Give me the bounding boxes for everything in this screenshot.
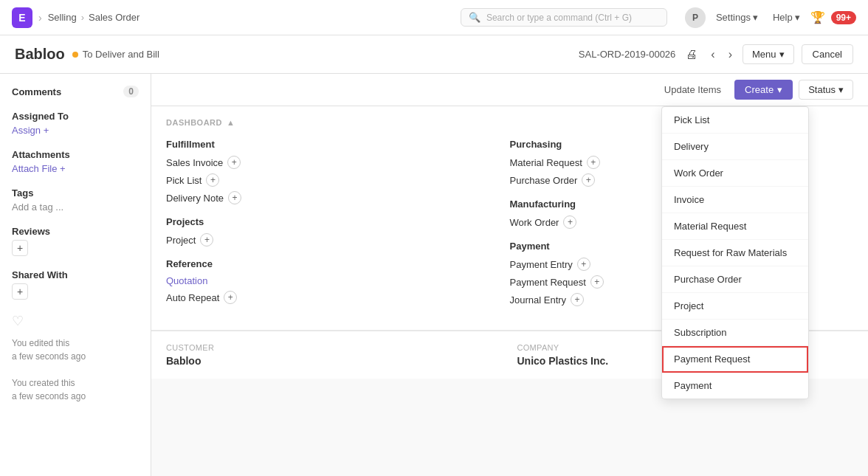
next-button[interactable]: ›	[726, 45, 735, 64]
auto-repeat-label: Auto Repeat	[166, 292, 219, 303]
dropdown-item-project[interactable]: Project	[662, 293, 808, 320]
fulfillment-title: Fulfillment	[166, 139, 510, 150]
search-bar[interactable]: 🔍 Search or type a command (Ctrl + G)	[461, 8, 667, 27]
activity-created: You created this	[12, 378, 75, 388]
shared-add-button[interactable]: +	[12, 283, 28, 300]
comments-label: Comments	[12, 86, 61, 97]
work-order-label: Work Order	[510, 217, 559, 228]
assigned-to-label: Assigned To	[12, 111, 139, 122]
material-request-add[interactable]: +	[587, 156, 600, 169]
reference-group: Reference Quotation Auto Repeat +	[166, 258, 510, 304]
assign-link[interactable]: Assign +	[12, 125, 139, 136]
app-icon[interactable]: E	[12, 7, 32, 28]
avatar[interactable]: P	[685, 7, 706, 28]
pick-list-label: Pick List	[166, 175, 202, 186]
reference-title: Reference	[166, 258, 510, 269]
sidebar-reviews: Reviews +	[12, 226, 139, 256]
chevron-down-icon-help: ▾	[795, 12, 800, 23]
notification-badge[interactable]: 99+	[831, 11, 856, 24]
top-nav: E › Selling › Sales Order 🔍 Search or ty…	[0, 0, 868, 35]
status-button[interactable]: Status ▾	[799, 80, 853, 100]
auto-repeat-add[interactable]: +	[224, 291, 237, 304]
breadcrumb: Selling › Sales Order	[48, 12, 140, 23]
work-order-add[interactable]: +	[563, 215, 576, 229]
dropdown-item-subscription[interactable]: Subscription	[662, 320, 808, 346]
add-tag[interactable]: Add a tag ...	[12, 201, 139, 213]
quotation-label[interactable]: Quotation	[166, 275, 207, 286]
dropdown-item-payment[interactable]: Payment	[662, 373, 808, 399]
breadcrumb-sales-order[interactable]: Sales Order	[89, 12, 140, 23]
order-id: SAL-ORD-2019-00026	[579, 49, 676, 60]
settings-button[interactable]: Settings ▾	[712, 9, 762, 26]
cancel-button[interactable]: Cancel	[802, 44, 853, 64]
dropdown-item-request-for-raw-materials[interactable]: Request for Raw Materials	[662, 240, 808, 266]
sidebar: Comments 0 Assigned To Assign + Attachme…	[0, 74, 151, 476]
dashboard-title: DASHBOARD	[166, 118, 222, 127]
chevron-down-icon-status: ▾	[838, 84, 844, 95]
pick-list-item: Pick List +	[166, 173, 510, 187]
purchase-order-add[interactable]: +	[582, 173, 595, 187]
payment-request-add[interactable]: +	[590, 275, 604, 289]
shared-with-label: Shared With	[12, 269, 139, 280]
dropdown-item-work-order[interactable]: Work Order	[662, 160, 808, 187]
dropdown-item-payment-request[interactable]: Payment Request	[662, 346, 808, 373]
search-placeholder: Search or type a command (Ctrl + G)	[486, 13, 632, 23]
dropdown-item-pick-list[interactable]: Pick List	[662, 107, 808, 134]
sidebar-shared-with: Shared With +	[12, 269, 139, 300]
delivery-note-add[interactable]: +	[228, 191, 241, 204]
attach-file-link[interactable]: Attach File +	[12, 163, 139, 174]
pick-list-add[interactable]: +	[206, 173, 219, 187]
attachments-label: Attachments	[12, 149, 139, 160]
journal-entry-add[interactable]: +	[571, 293, 584, 306]
sales-invoice-label: Sales Invoice	[166, 157, 223, 168]
customer-field: Customer Babloo	[166, 343, 503, 367]
page-status: To Deliver and Bill	[83, 49, 159, 60]
print-button[interactable]: 🖨	[683, 45, 700, 64]
page-title: Babloo	[15, 46, 65, 63]
sidebar-tags: Tags Add a tag ...	[12, 187, 139, 213]
menu-button[interactable]: Menu ▾	[743, 44, 794, 64]
customer-value: Babloo	[166, 355, 503, 367]
chevron-down-icon-menu: ▾	[779, 49, 785, 60]
help-button[interactable]: Help ▾	[768, 9, 805, 26]
dropdown-item-material-request[interactable]: Material Request	[662, 213, 808, 240]
prev-button[interactable]: ‹	[708, 45, 717, 64]
breadcrumb-selling[interactable]: Selling	[48, 12, 77, 23]
reviews-add-button[interactable]: +	[12, 240, 28, 256]
search-icon: 🔍	[469, 12, 480, 23]
status-dot	[72, 52, 78, 58]
sidebar-attachments: Attachments Attach File +	[12, 149, 139, 174]
dropdown-item-delivery[interactable]: Delivery	[662, 134, 808, 160]
reviews-label: Reviews	[12, 226, 139, 237]
project-item: Project +	[166, 233, 510, 246]
sidebar-assigned-to: Assigned To Assign +	[12, 111, 139, 136]
dashboard-collapse-icon[interactable]: ▲	[227, 118, 235, 127]
payment-entry-label: Payment Entry	[510, 259, 573, 270]
payment-entry-add[interactable]: +	[577, 258, 590, 271]
create-button[interactable]: Create ▾	[734, 80, 793, 100]
page-header: Babloo To Deliver and Bill SAL-ORD-2019-…	[0, 35, 868, 74]
heart-icon[interactable]: ♡	[12, 313, 139, 329]
action-bar: Update Items Create ▾ Status ▾ Pick List…	[151, 74, 868, 106]
update-items-button[interactable]: Update Items	[657, 80, 728, 100]
chevron-down-icon-create: ▾	[777, 84, 782, 95]
project-add[interactable]: +	[200, 233, 213, 246]
fulfillment-group: Fulfillment Sales Invoice + Pick List + …	[166, 139, 510, 204]
nav-right: P Settings ▾ Help ▾ 🏆 99+	[685, 7, 856, 28]
delivery-note-label: Delivery Note	[166, 193, 224, 204]
trophy-icon: 🏆	[810, 10, 825, 24]
projects-title: Projects	[166, 216, 510, 227]
main-layout: Comments 0 Assigned To Assign + Attachme…	[0, 74, 868, 476]
page-header-right: SAL-ORD-2019-00026 🖨 ‹ › Menu ▾ Cancel	[579, 44, 853, 64]
sidebar-comments: Comments 0	[12, 86, 139, 97]
create-label: Create	[745, 84, 774, 95]
activity-log: You edited thisa few seconds ago You cre…	[12, 337, 139, 403]
purchase-order-label: Purchase Order	[510, 175, 578, 186]
dropdown-item-purchase-order[interactable]: Purchase Order	[662, 266, 808, 293]
projects-group: Projects Project +	[166, 216, 510, 246]
sales-invoice-add[interactable]: +	[227, 156, 241, 169]
content-area: Update Items Create ▾ Status ▾ Pick List…	[151, 74, 868, 476]
dropdown-item-invoice[interactable]: Invoice	[662, 187, 808, 213]
payment-request-label: Payment Request	[510, 277, 586, 288]
activity-edited: You edited this	[12, 338, 69, 348]
